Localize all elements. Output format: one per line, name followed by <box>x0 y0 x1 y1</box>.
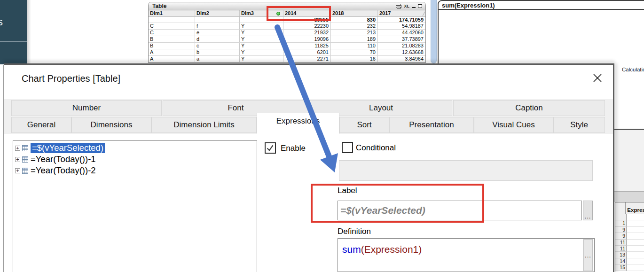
expression-item[interactable]: + =$(vYearSelected) <box>13 142 257 154</box>
table-cell[interactable]: B <box>149 43 195 49</box>
expression-item[interactable]: + =Year(Today())-2 <box>13 165 257 176</box>
expand-plus-icon[interactable]: + <box>15 157 20 162</box>
table-row: A a Y 2271 16 3.84964 <box>149 56 425 62</box>
table-cell[interactable]: 11825 <box>283 43 331 49</box>
table-cell[interactable]: B <box>149 36 195 42</box>
table-cell[interactable]: f <box>195 23 240 29</box>
maximize-icon[interactable] <box>418 4 422 8</box>
row-number: 13 <box>615 252 627 258</box>
expression-label[interactable]: =Year(Today())-1 <box>31 154 96 164</box>
mini-table-corner <box>615 202 626 214</box>
table-cell[interactable]: d <box>195 36 240 42</box>
table-cell[interactable]: C <box>149 30 195 36</box>
table-cell[interactable]: 21.08283 <box>378 43 425 49</box>
highlight-box-label <box>311 184 484 223</box>
enable-label: Enable <box>281 144 306 153</box>
total-2017: 174.71059 <box>378 17 425 23</box>
table-cell[interactable]: a <box>195 56 240 62</box>
table-cell[interactable]: 19096 <box>283 36 331 42</box>
table-cell[interactable]: 189 <box>331 36 378 42</box>
checkmark-icon <box>266 143 275 153</box>
definition-more-button[interactable]: ... <box>583 239 593 271</box>
tab-sort[interactable]: Sort <box>339 117 389 133</box>
row-number: 14 <box>615 258 627 264</box>
table-cell[interactable]: 3.84964 <box>378 56 425 62</box>
tab-visual-cues[interactable]: Visual Cues <box>474 117 553 133</box>
row-number: 9 <box>615 227 627 233</box>
mini-table-row: 13 <box>615 252 644 258</box>
table-cell[interactable]: Y <box>240 36 283 42</box>
close-button[interactable] <box>590 71 605 85</box>
table-cell[interactable]: C <box>149 23 195 29</box>
scroll-strip[interactable] <box>431 0 437 63</box>
table-cell[interactable]: Y <box>240 30 283 36</box>
definition-function-token: sum <box>342 244 361 255</box>
table-cell[interactable]: 110 <box>331 43 378 49</box>
mini-table-header-label: Expres <box>626 207 644 214</box>
table-cell[interactable]: 22230 <box>283 23 331 29</box>
tab-style[interactable]: Style <box>553 117 605 133</box>
export-excel-icon[interactable]: XL <box>404 4 409 8</box>
column-header[interactable]: Dim1 <box>149 10 195 16</box>
table-cell[interactable]: 21932 <box>283 30 331 36</box>
table-row: C f Y 22230 232 54.98187 <box>149 23 425 30</box>
column-header[interactable]: 2018 <box>331 10 378 16</box>
conditional-checkbox[interactable] <box>342 142 353 153</box>
tab-expressions[interactable]: Expressions <box>257 113 339 134</box>
expression-preview-window: sum(Expression1) <box>438 0 644 64</box>
calculation-label: Calculatio <box>622 67 644 72</box>
sidebar-divider <box>0 41 27 42</box>
mini-table-row: 1 <box>615 220 644 226</box>
expand-plus-icon[interactable]: + <box>15 168 20 173</box>
tab-number[interactable]: Number <box>11 100 162 116</box>
close-icon <box>592 72 603 84</box>
table-cell[interactable]: c <box>195 43 240 49</box>
table-cell[interactable]: Y <box>240 56 283 62</box>
table-cell[interactable]: 12.63668 <box>378 49 425 55</box>
column-header[interactable]: Dim2 <box>195 10 240 16</box>
screenshot-root: s Table XL Dim1 Dim2 Dim3 2014 2018 <box>0 0 644 272</box>
mini-table-row: 15 <box>615 264 644 271</box>
definition-input[interactable]: sum(Expression1) <box>338 238 595 272</box>
label-more-button[interactable]: ... <box>583 201 593 220</box>
tab-dimension-limits[interactable]: Dimension Limits <box>151 117 257 133</box>
table-cell[interactable]: 54.98187 <box>378 23 425 29</box>
table-cell[interactable]: 44.42060 <box>378 30 425 36</box>
table-cell[interactable]: e <box>195 30 240 36</box>
table-cell[interactable]: 6201 <box>283 49 331 55</box>
expression-grid-icon <box>22 168 28 174</box>
table-cell[interactable]: Y <box>240 49 283 55</box>
table-cell[interactable]: Y <box>240 23 283 29</box>
table-cell[interactable]: 213 <box>331 30 378 36</box>
table-row: C e Y 21932 213 44.42060 <box>149 30 425 36</box>
enable-checkbox[interactable] <box>265 142 276 154</box>
column-header[interactable]: 2017 <box>378 10 425 16</box>
table-cell[interactable]: 232 <box>331 23 378 29</box>
tab-caption[interactable]: Caption <box>453 100 605 116</box>
expression-item[interactable]: + =Year(Today())-1 <box>13 154 257 165</box>
table-cell[interactable]: A <box>149 56 195 62</box>
tab-general[interactable]: General <box>11 117 71 133</box>
table-cell[interactable]: 16 <box>331 56 378 62</box>
table-cell[interactable]: b <box>195 49 240 55</box>
table-cell[interactable]: 2271 <box>283 56 331 62</box>
tab-presentation[interactable]: Presentation <box>389 117 474 133</box>
table-cell[interactable]: A <box>149 49 195 55</box>
minimize-icon[interactable] <box>412 7 416 8</box>
mini-table-row: 14 <box>615 258 644 264</box>
tab-dimensions[interactable]: Dimensions <box>71 117 151 133</box>
mini-table-row <box>615 214 644 220</box>
table-row: A b Y 6201 70 12.63668 <box>149 49 425 56</box>
table-row: B c Y 11825 110 21.08283 <box>149 43 425 49</box>
expression-label[interactable]: =Year(Today())-2 <box>31 165 96 176</box>
mini-table-row: 9 <box>615 227 644 233</box>
expression-label-selected[interactable]: =$(vYearSelected) <box>31 143 105 153</box>
sidebar-shadow <box>27 0 31 64</box>
table-cell[interactable]: Y <box>240 43 283 49</box>
dialog-right-border <box>613 63 614 272</box>
expand-plus-icon[interactable]: + <box>15 146 20 151</box>
row-number: 11 <box>615 246 627 252</box>
table-cell[interactable]: 37.73897 <box>378 36 425 42</box>
table-cell[interactable]: 70 <box>331 49 378 55</box>
print-icon[interactable] <box>396 4 401 9</box>
